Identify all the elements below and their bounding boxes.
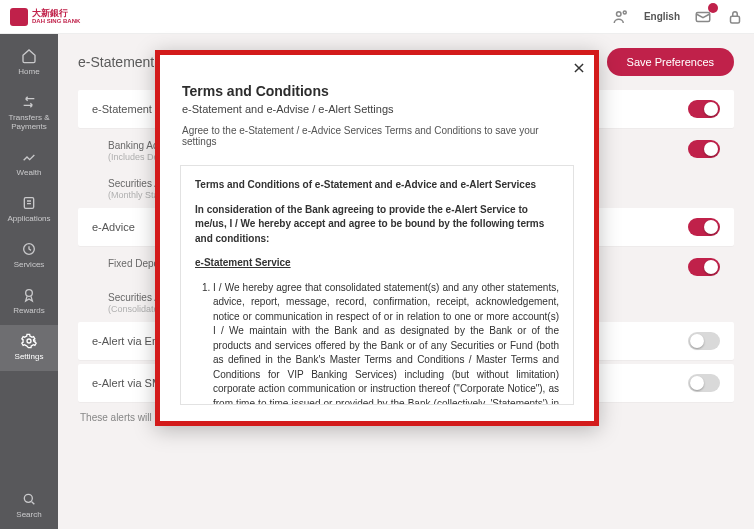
- terms-modal: Terms and Conditions e-Statement and e-A…: [155, 50, 599, 426]
- modal-title: Terms and Conditions: [182, 83, 572, 99]
- close-icon[interactable]: [572, 61, 586, 77]
- tc-heading: Terms and Conditions of e-Statement and …: [195, 178, 559, 193]
- modal-subtitle: e-Statement and e-Advise / e-Alert Setti…: [182, 103, 572, 115]
- tc-service-heading: e-Statement Service: [195, 256, 559, 271]
- terms-scroll-area[interactable]: Terms and Conditions of e-Statement and …: [180, 165, 574, 405]
- tc-intro: In consideration of the Bank agreeing to…: [195, 203, 559, 247]
- modal-agree-text: Agree to the e-Statement / e-Advice Serv…: [182, 125, 572, 147]
- tc-item: I / We hereby agree that consolidated st…: [213, 281, 559, 406]
- modal-overlay: Terms and Conditions e-Statement and e-A…: [0, 0, 754, 529]
